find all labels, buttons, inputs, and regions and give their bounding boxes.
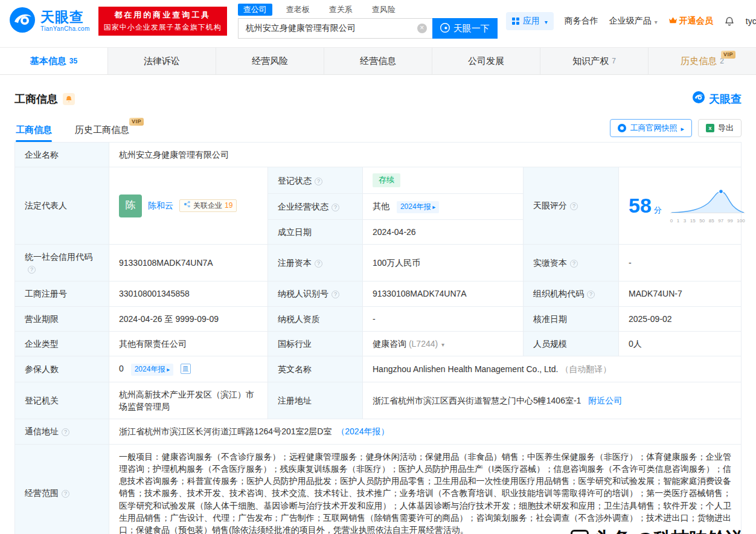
mail-address-cell: 浙江省杭州市滨江区长河街道江晖路1264号201室2层D室 （2024年报） [109, 419, 742, 444]
tab-history-business-info[interactable]: VIP 历史工商信息 [75, 124, 129, 142]
tianyancha-logo[interactable]: 天眼查 TianYanCha.com [8, 6, 90, 36]
insurance-detail-icon[interactable] [181, 364, 191, 374]
business-info-table: 企业名称 杭州安立身健康管理有限公司 法定代表人 陈 陈和云 [14, 142, 742, 534]
legal-rep-avatar[interactable]: 陈 [119, 195, 142, 217]
field-label-reg-capital: 注册资本 [268, 244, 363, 281]
promo-line1: 都在用的商业查询工具 [104, 10, 222, 21]
search-tab-boss[interactable]: 查老板 [281, 4, 315, 16]
table-row: 企业名称 杭州安立身健康管理有限公司 [15, 143, 742, 167]
promo-banner: 都在用的商业查询工具 国家中小企业发展子基金旗下机构 [98, 7, 227, 36]
clear-search-icon[interactable] [417, 24, 427, 33]
nearby-companies-link[interactable]: 附近公司 [588, 396, 622, 405]
menu-open-vip[interactable]: 开通会员 [668, 16, 713, 27]
company-nav-tabs: 基本信息 35 法律诉讼 经营风险 经营信息 公司发展 知识产权 7 VIP 历… [0, 47, 756, 75]
paid-capital-value: - [619, 244, 742, 281]
help-icon[interactable] [570, 202, 578, 210]
logo-subtitle: TianYanCha.com [40, 26, 90, 32]
menu-enterprise-products[interactable]: 企业级产品 [609, 16, 658, 27]
tianyancha-logo-icon [8, 6, 36, 36]
nav-tab-legal-litigation[interactable]: 法律诉讼 [108, 48, 216, 74]
help-icon[interactable] [587, 291, 595, 298]
help-icon[interactable] [28, 266, 36, 274]
english-name-value: Hangzhou Anlishen Health Management Co.,… [373, 364, 558, 374]
field-label-biz-status: 企业经营状态 [268, 194, 363, 219]
field-label-tianyan-score: 天眼评分 [524, 167, 619, 245]
field-label-registry: 登记机关 [15, 382, 109, 419]
help-icon[interactable] [62, 428, 69, 436]
field-label-credit-code: 统一社会信用代码 [15, 244, 109, 281]
annual-report-tag[interactable]: 2024年报 [397, 201, 440, 213]
reg-capital-value: 100万人民币 [363, 244, 524, 281]
search-button[interactable]: 天眼一下 [432, 18, 498, 39]
nav-tab-operation-info[interactable]: 经营信息 [324, 48, 432, 74]
menu-open-vip-label: 开通会员 [679, 16, 713, 27]
chevron-down-icon[interactable] [440, 339, 444, 349]
search-button-label: 天眼一下 [453, 23, 490, 34]
field-label-company-name: 企业名称 [15, 143, 109, 167]
help-icon[interactable] [315, 260, 322, 268]
search-tab-company[interactable]: 查公司 [238, 4, 272, 16]
snapshot-camera-icon [618, 124, 626, 132]
tab-business-info-label: 工商信息 [16, 124, 52, 135]
annual-report-tag[interactable]: 2024年报 [131, 364, 174, 375]
apps-menu-button[interactable]: 应用 [506, 12, 554, 30]
export-button[interactable]: 导出 [698, 119, 742, 137]
score-chart-axis: 0131550859799100 [670, 217, 745, 225]
table-row: 企业类型 其他有限责任公司 国标行业 健康咨询 (L7244) 人员规模 0人 [15, 332, 742, 356]
chevron-down-icon [653, 16, 658, 26]
field-label-approve-date: 核准日期 [524, 306, 619, 331]
approve-date-value: 2025-09-02 [619, 306, 742, 331]
table-row: 登记机关 杭州高新技术产业开发区（滨江）市场监督管理局 注册地址 浙江省杭州市滨… [15, 382, 742, 419]
tab-business-info[interactable]: 工商信息 [16, 124, 52, 142]
auto-translate-note: （自动翻译） [560, 364, 611, 374]
search-box [238, 18, 432, 39]
taxpayer-no-value: 91330108MADK74UN7A [363, 281, 524, 306]
help-icon[interactable] [332, 291, 339, 298]
related-companies-icon [184, 201, 191, 211]
status-badge: 存续 [373, 173, 400, 187]
biz-status-cell: 其他 2024年报 [363, 194, 524, 219]
sub-tabs-row: 工商信息 VIP 历史工商信息 工商官网快照 导出 [14, 119, 742, 142]
page: 天眼查 TianYanCha.com 都在用的商业查询工具 国家中小企业发展子基… [0, 0, 756, 534]
tianyancha-brand-logo: 天眼查 [692, 91, 742, 107]
related-companies-label: 关联企业 [193, 201, 222, 211]
vip-badge: VIP [129, 118, 144, 126]
legal-rep-name-link[interactable]: 陈和云 [148, 199, 173, 211]
annual-report-link[interactable]: （2024年报） [336, 426, 389, 436]
nav-tab-basic-info[interactable]: 基本信息 35 [0, 48, 108, 74]
help-icon[interactable] [332, 204, 339, 211]
business-scope-value: 一般项目：健康咨询服务（不含诊疗服务）；远程健康管理服务；健身休闲活动；保健用品… [109, 444, 742, 534]
field-label-english-name: 英文名称 [268, 356, 363, 382]
help-icon[interactable] [570, 260, 578, 268]
logo-title: 天眼查 [40, 10, 90, 24]
menu-business-cooperation[interactable]: 商务合作 [565, 16, 598, 27]
search-tab-relation[interactable]: 查关系 [324, 4, 358, 16]
staff-size-value: 0人 [619, 332, 742, 356]
org-code-value: MADK74UN-7 [619, 281, 742, 306]
help-icon[interactable] [315, 178, 322, 185]
field-label-staff-size: 人员规模 [524, 332, 619, 356]
official-snapshot-button[interactable]: 工商官网快照 [610, 119, 692, 137]
nav-tab-operation-risk[interactable]: 经营风险 [216, 48, 324, 74]
nav-tab-history-info[interactable]: VIP 历史信息 2 [649, 48, 756, 74]
watermark-text: 头条 @科技响铃说 [594, 527, 744, 534]
company-name-value: 杭州安立身健康管理有限公司 [109, 143, 742, 167]
field-label-legal-rep: 法定代表人 [15, 167, 109, 245]
nav-tab-intellectual-property[interactable]: 知识产权 7 [540, 48, 649, 74]
user-account[interactable]: tyc9... [746, 16, 756, 26]
monitor-bell-icon[interactable] [63, 93, 75, 105]
nav-tab-company-development[interactable]: 公司发展 [432, 48, 540, 74]
field-label-reg-address: 注册地址 [268, 382, 363, 419]
apps-menu-label: 应用 [523, 16, 540, 27]
apps-grid-icon [512, 18, 519, 25]
notification-bell-icon[interactable] [724, 16, 735, 27]
field-label-establish-date: 成立日期 [268, 219, 363, 244]
reg-status-cell: 存续 [363, 167, 524, 194]
search-input[interactable] [239, 19, 432, 38]
table-row: 经营范围 一般项目：健康咨询服务（不含诊疗服务）；远程健康管理服务；健身休闲活动… [15, 444, 742, 534]
menu-enterprise-label: 企业级产品 [609, 16, 652, 27]
search-tab-risk[interactable]: 查风险 [367, 4, 401, 16]
related-companies-badge[interactable]: 关联企业 19 [179, 199, 237, 212]
tianyan-score-cell: 58 分 0131550859799100 [619, 167, 742, 245]
help-icon[interactable] [62, 490, 69, 498]
